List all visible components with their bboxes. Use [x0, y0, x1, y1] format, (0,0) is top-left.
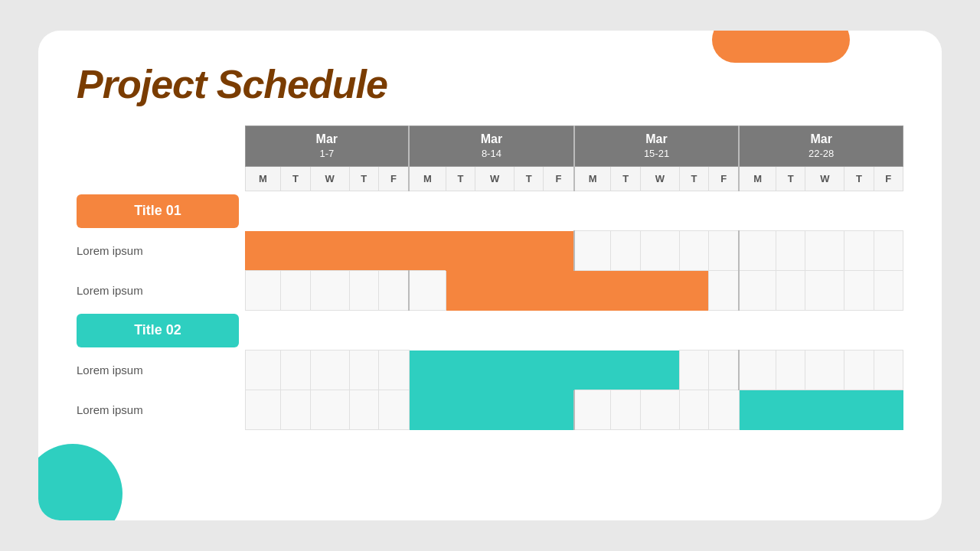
day-header-0: M — [245, 167, 281, 191]
gantt-chart: Mar1-7Mar8-14Mar15-21Mar22-28 MTWTFMTWTF… — [77, 126, 903, 430]
cell-1-1-10 — [574, 390, 611, 430]
cell-1-1-15 — [739, 390, 776, 430]
month-header-0: Mar1-7 — [245, 126, 409, 167]
day-header-14: F — [709, 167, 740, 191]
cell-1-0-1 — [281, 350, 310, 390]
cell-0-0-14 — [709, 231, 740, 271]
cell-0-0-5 — [409, 231, 446, 271]
title-day-cell-0-1 — [281, 191, 310, 231]
cell-1-1-14 — [709, 390, 740, 430]
day-header-9: F — [544, 167, 574, 191]
day-header-row: MTWTFMTWTFMTWTFMTWTF — [77, 167, 903, 191]
deco-teal-shape — [38, 444, 122, 520]
cell-1-0-13 — [679, 350, 708, 390]
row-label-0-1: Lorem ipsum — [77, 271, 245, 311]
cell-0-0-12 — [640, 231, 679, 271]
cell-0-0-10 — [574, 231, 611, 271]
cell-0-1-5 — [409, 271, 446, 311]
cell-0-1-18 — [844, 271, 874, 311]
cell-0-1-0 — [245, 271, 281, 311]
day-header-10: M — [574, 167, 611, 191]
title-day-cell-0-11 — [611, 191, 640, 231]
cell-0-0-1 — [281, 231, 310, 271]
cell-1-1-9 — [544, 390, 574, 430]
title-day-cell-0-5 — [409, 191, 446, 231]
cell-0-1-15 — [739, 271, 776, 311]
title-day-cell-1-1 — [281, 311, 310, 350]
day-header-3: T — [349, 167, 378, 191]
title-day-cell-1-18 — [844, 311, 874, 350]
title-day-cell-1-13 — [679, 311, 708, 350]
title-day-cell-0-3 — [349, 191, 378, 231]
title-day-cell-1-8 — [514, 311, 544, 350]
cell-0-1-14 — [709, 271, 740, 311]
month-header-3: Mar22-28 — [739, 126, 903, 167]
cell-1-1-8 — [514, 390, 544, 430]
day-header-11: T — [611, 167, 640, 191]
title-badge-0: Title 01 — [77, 194, 239, 228]
month-header-1: Mar8-14 — [409, 126, 574, 167]
month-header-2: Mar15-21 — [574, 126, 740, 167]
title-day-cell-1-5 — [409, 311, 446, 350]
cell-0-1-12 — [640, 271, 679, 311]
cell-0-0-3 — [349, 231, 378, 271]
title-day-cell-1-2 — [310, 311, 349, 350]
row-label-1-0: Lorem ipsum — [77, 350, 245, 390]
cell-1-1-19 — [874, 390, 903, 430]
title-label-1: Title 02 — [77, 311, 245, 350]
cell-1-0-7 — [475, 350, 514, 390]
data-row-1-1: Lorem ipsum — [77, 390, 903, 430]
cell-0-1-3 — [349, 271, 378, 311]
cell-0-1-1 — [281, 271, 310, 311]
day-header-13: T — [679, 167, 708, 191]
cell-1-0-16 — [776, 350, 805, 390]
cell-0-1-8 — [514, 271, 544, 311]
title-day-cell-1-6 — [446, 311, 475, 350]
cell-1-0-6 — [446, 350, 475, 390]
day-label-spacer — [77, 167, 245, 191]
cell-0-0-16 — [776, 231, 805, 271]
gantt-body: Title 01Lorem ipsumLorem ipsumTitle 02Lo… — [77, 191, 903, 430]
cell-0-0-19 — [874, 231, 903, 271]
title-day-cell-0-13 — [679, 191, 708, 231]
cell-0-1-13 — [679, 271, 708, 311]
row-label-1-1: Lorem ipsum — [77, 390, 245, 430]
title-row-0: Title 01 — [77, 191, 903, 231]
day-header-8: T — [514, 167, 544, 191]
cell-0-0-0 — [245, 231, 281, 271]
cell-0-0-8 — [514, 231, 544, 271]
day-header-1: T — [281, 167, 310, 191]
title-day-cell-0-12 — [640, 191, 679, 231]
title-day-cell-0-7 — [475, 191, 514, 231]
title-day-cell-0-9 — [544, 191, 574, 231]
cell-1-0-14 — [709, 350, 740, 390]
cell-1-0-12 — [640, 350, 679, 390]
title-day-cell-0-17 — [805, 191, 844, 231]
cell-1-0-3 — [349, 350, 378, 390]
cell-1-0-0 — [245, 350, 281, 390]
title-day-cell-1-15 — [739, 311, 776, 350]
day-header-16: T — [776, 167, 805, 191]
cell-1-1-6 — [446, 390, 475, 430]
title-day-cell-0-19 — [874, 191, 903, 231]
day-header-4: F — [378, 167, 409, 191]
day-header-6: T — [446, 167, 475, 191]
cell-0-1-19 — [874, 271, 903, 311]
title-row-1: Title 02 — [77, 311, 903, 350]
cell-0-0-18 — [844, 231, 874, 271]
title-day-cell-0-0 — [245, 191, 281, 231]
title-day-cell-1-3 — [349, 311, 378, 350]
cell-0-0-17 — [805, 231, 844, 271]
cell-0-0-13 — [679, 231, 708, 271]
cell-1-0-17 — [805, 350, 844, 390]
cell-1-1-3 — [349, 390, 378, 430]
title-day-cell-1-16 — [776, 311, 805, 350]
cell-1-1-17 — [805, 390, 844, 430]
cell-0-0-2 — [310, 231, 349, 271]
cell-0-1-10 — [574, 271, 611, 311]
day-header-12: W — [640, 167, 679, 191]
cell-1-1-11 — [611, 390, 640, 430]
cell-1-0-11 — [611, 350, 640, 390]
cell-1-1-5 — [409, 390, 446, 430]
cell-0-1-9 — [544, 271, 574, 311]
